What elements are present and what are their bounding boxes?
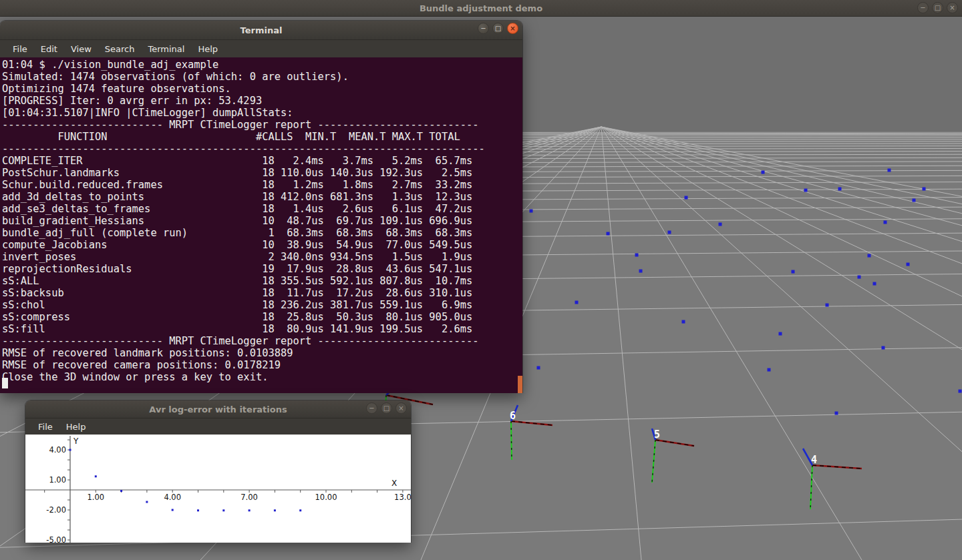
scatter-point <box>299 509 301 511</box>
terminal-scrollbar-thumb[interactable] <box>518 376 522 393</box>
camera-label: 6 <box>510 410 516 422</box>
main-maximize-button[interactable]: □ <box>932 2 943 13</box>
x-tick-label: 13.0 <box>394 493 411 502</box>
y-tick-label: -2.00 <box>46 505 66 515</box>
terminal-close-button[interactable]: × <box>507 23 518 34</box>
landmark-point <box>888 169 891 172</box>
landmark-point <box>575 301 579 304</box>
scatter-point <box>197 509 199 511</box>
terminal-menu-view[interactable]: View <box>65 42 98 56</box>
landmark-point <box>868 254 871 258</box>
terminal-menu-search[interactable]: Search <box>99 42 141 56</box>
camera-label: 4 <box>811 454 817 466</box>
landmark-point <box>685 196 688 200</box>
terminal-menubar: FileEditViewSearchTerminalHelp <box>0 40 522 57</box>
x-tick-label: 7.00 <box>240 493 258 502</box>
terminal-output: 01:04 $ ./vision_bundle_adj_example Simu… <box>0 57 522 383</box>
terminal-maximize-button[interactable]: □ <box>492 23 504 34</box>
minimize-icon: − <box>369 405 374 412</box>
main-window-title: Bundle adjustment demo <box>420 3 542 13</box>
camera-label: 5 <box>654 429 660 441</box>
maximize-icon: □ <box>495 25 501 32</box>
landmark-point <box>639 270 643 273</box>
terminal-menu-terminal[interactable]: Terminal <box>142 42 190 56</box>
minimize-icon: − <box>920 5 925 11</box>
landmark-point <box>959 390 962 393</box>
landmark-point <box>530 210 533 213</box>
close-icon: × <box>398 405 404 412</box>
main-window-controls: − □ × <box>917 2 958 13</box>
landmark-point <box>779 332 782 336</box>
terminal-title: Terminal <box>240 25 283 35</box>
landmark-point <box>838 188 842 191</box>
scatter-point <box>172 509 174 511</box>
maximize-icon: □ <box>935 5 941 11</box>
plot-menu-file[interactable]: File <box>32 420 59 434</box>
landmark-point <box>858 276 861 279</box>
landmark-point <box>668 231 671 234</box>
main-minimize-button[interactable]: − <box>917 2 929 13</box>
y-tick-label: 1.00 <box>49 475 66 485</box>
main-window-titlebar[interactable]: Bundle adjustment demo − □ × <box>0 0 962 17</box>
plot-menubar: FileHelp <box>25 418 411 435</box>
landmark-point <box>882 346 885 350</box>
plot-maximize-button[interactable]: □ <box>381 402 392 414</box>
scatter-point <box>120 490 122 492</box>
terminal-window: Terminal − □ × FileEditViewSearchTermina… <box>0 21 522 392</box>
terminal-body[interactable]: 01:04 $ ./vision_bundle_adj_example Simu… <box>0 57 522 393</box>
landmark-point <box>762 171 765 174</box>
minimize-icon: − <box>480 25 486 32</box>
landmark-point <box>884 221 887 224</box>
landmark-point <box>792 270 795 274</box>
y-tick-label: -5.00 <box>46 535 66 543</box>
scatter-point <box>95 475 97 477</box>
landmark-point <box>826 304 829 307</box>
error-scatter-chart: 1.004.007.0010.0013.04.001.00-2.00-5.00X… <box>25 435 411 543</box>
terminal-menu-edit[interactable]: Edit <box>35 42 63 56</box>
x-tick-label: 10.00 <box>315 493 337 502</box>
landmark-point <box>913 199 916 202</box>
close-icon: × <box>949 5 955 11</box>
landmark-point <box>768 368 771 372</box>
y-tick-label: 4.00 <box>49 445 66 455</box>
scatter-point <box>222 509 224 511</box>
plot-close-button[interactable]: × <box>395 402 407 414</box>
landmark-point <box>719 223 722 226</box>
x-tick-label: 4.00 <box>164 493 181 502</box>
main-close-button[interactable]: × <box>947 2 958 13</box>
plot-titlebar[interactable]: Avr log-error with iterations − □ × <box>25 400 411 418</box>
x-tick-label: 1.00 <box>87 493 104 502</box>
terminal-titlebar[interactable]: Terminal − □ × <box>0 21 522 40</box>
close-icon: × <box>510 25 515 32</box>
scatter-point <box>249 509 251 511</box>
terminal-minimize-button[interactable]: − <box>478 23 489 34</box>
landmark-point <box>537 366 540 370</box>
plot-menu-help[interactable]: Help <box>60 420 92 434</box>
y-axis-label: Y <box>73 437 79 446</box>
scatter-point <box>69 449 71 451</box>
landmark-point <box>682 320 685 324</box>
plot-minimize-button[interactable]: − <box>366 402 377 414</box>
landmark-point <box>923 188 926 191</box>
landmark-point <box>607 232 610 236</box>
plot-title: Avr log-error with iterations <box>149 404 287 414</box>
scatter-point <box>146 501 148 503</box>
maximize-icon: □ <box>383 405 389 412</box>
landmark-point <box>873 282 876 286</box>
x-axis-label: X <box>391 479 397 488</box>
terminal-cursor <box>2 378 8 388</box>
landmark-point <box>907 263 910 266</box>
landmark-point <box>635 254 639 257</box>
landmark-point <box>835 412 838 415</box>
landmark-point <box>804 189 808 192</box>
scatter-point <box>274 509 276 511</box>
terminal-menu-file[interactable]: File <box>7 42 33 56</box>
plot-canvas[interactable]: 1.004.007.0010.0013.04.001.00-2.00-5.00X… <box>25 435 411 543</box>
terminal-menu-help[interactable]: Help <box>192 42 224 56</box>
plot-window: Avr log-error with iterations − □ × File… <box>25 400 411 542</box>
